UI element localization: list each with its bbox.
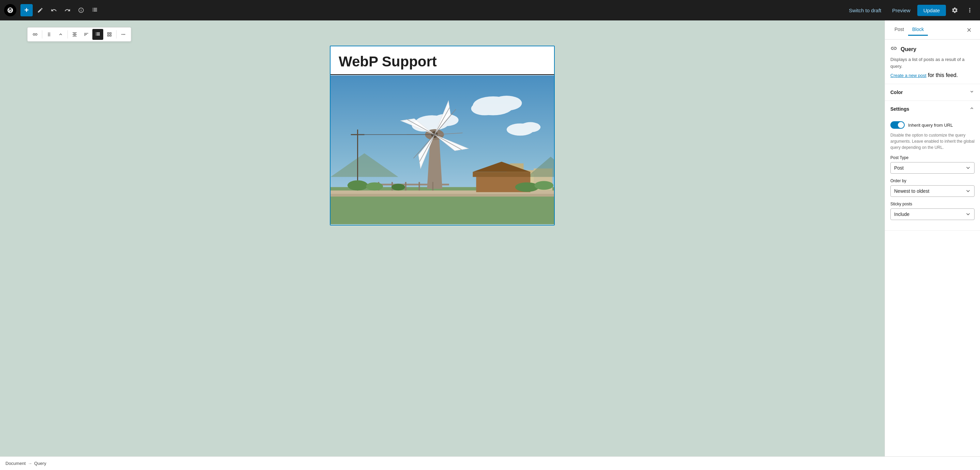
svg-point-46: [348, 181, 368, 191]
color-section-chevron: [969, 89, 975, 96]
close-sidebar-button[interactable]: [964, 24, 975, 35]
settings-section-title: Settings: [890, 106, 909, 112]
sticky-posts-select[interactable]: Include Exclude Only: [890, 208, 975, 220]
order-by-select[interactable]: Newest to oldest Oldest to newest A → Z …: [890, 185, 975, 197]
inherit-query-label: Inherit query from URL: [908, 122, 953, 128]
toolbar-more-button[interactable]: [118, 29, 129, 40]
toolbar-link-button[interactable]: [30, 29, 41, 40]
svg-rect-45: [432, 182, 433, 191]
post-type-group: Post Type Post Page Custom: [890, 155, 975, 174]
svg-point-3: [471, 102, 498, 116]
toolbar-settings-button[interactable]: [81, 29, 92, 40]
inherit-query-toggle[interactable]: [890, 121, 905, 129]
color-section: Color: [885, 84, 980, 101]
settings-button[interactable]: [949, 4, 961, 16]
toolbar-divider-3: [116, 30, 116, 38]
post-type-select[interactable]: Post Page Custom: [890, 162, 975, 174]
svg-point-47: [366, 183, 383, 191]
order-by-group: Order by Newest to oldest Oldest to newe…: [890, 178, 975, 197]
svg-point-49: [534, 181, 554, 190]
color-section-title: Color: [890, 90, 903, 95]
sidebar-header: Post Block: [885, 21, 980, 40]
toolbar-right: Switch to draft Preview Update: [845, 4, 976, 16]
toolbar-drag-button[interactable]: [44, 29, 54, 40]
more-options-button[interactable]: [964, 4, 976, 16]
svg-rect-38: [473, 172, 530, 177]
settings-section: Settings Inherit query from URL Disable …: [885, 101, 980, 230]
sidebar-tabs: Post Block: [890, 24, 928, 36]
svg-rect-11: [331, 194, 554, 197]
preview-button[interactable]: Preview: [888, 5, 914, 16]
color-section-header[interactable]: Color: [885, 84, 980, 100]
breadcrumb-bar: Document → Query: [0, 456, 980, 470]
post-type-label: Post Type: [890, 155, 975, 160]
settings-section-header[interactable]: Settings: [885, 101, 980, 117]
breadcrumb-query: Query: [34, 461, 46, 466]
svg-rect-43: [405, 182, 407, 191]
create-link-suffix: for this feed.: [926, 72, 958, 78]
create-new-post-link[interactable]: Create a new post: [890, 73, 926, 78]
right-sidebar: Post Block Query Displays a list of post…: [885, 21, 980, 470]
query-header: Query: [890, 45, 975, 54]
post-block: WebP Support: [330, 46, 555, 225]
toolbar-list-view-button[interactable]: [92, 29, 103, 40]
query-title: Query: [900, 46, 916, 52]
breadcrumb-document: Document: [5, 461, 25, 466]
settings-section-chevron: [969, 106, 975, 113]
toolbar-divider: [42, 30, 42, 38]
update-button[interactable]: Update: [917, 5, 946, 16]
query-description: Displays a list of posts as a result of …: [890, 56, 975, 70]
breadcrumb-arrow: →: [28, 461, 32, 466]
toolbar-divider-2: [67, 30, 68, 38]
post-title: WebP Support: [331, 46, 554, 75]
inherit-query-toggle-row: Inherit query from URL: [890, 121, 975, 129]
switch-to-draft-button[interactable]: Switch to draft: [845, 5, 885, 16]
toolbar-move-up-button[interactable]: [55, 29, 66, 40]
inherit-query-desc: Disable the option to customize the quer…: [890, 132, 975, 151]
edit-tool-button[interactable]: [34, 4, 46, 16]
redo-button[interactable]: [61, 4, 73, 16]
top-bar: + Switch to draft Preview Update: [0, 0, 980, 21]
info-button[interactable]: [75, 4, 87, 16]
list-view-button[interactable]: [89, 4, 101, 16]
block-toolbar: [27, 27, 131, 41]
settings-content: Inherit query from URL Disable the optio…: [885, 117, 980, 230]
sticky-posts-group: Sticky posts Include Exclude Only: [890, 202, 975, 220]
order-by-label: Order by: [890, 178, 975, 183]
tab-post[interactable]: Post: [890, 24, 908, 36]
svg-point-8: [520, 122, 541, 132]
toolbar-align-button[interactable]: [69, 29, 80, 40]
wp-logo: [4, 4, 16, 16]
tab-block[interactable]: Block: [908, 24, 928, 36]
editor-area: WebP Support: [0, 21, 885, 470]
add-block-button[interactable]: +: [21, 4, 33, 16]
svg-point-50: [391, 184, 405, 191]
toolbar-left: +: [4, 4, 101, 16]
query-info: Query Displays a list of posts as a resu…: [885, 40, 980, 84]
svg-rect-44: [418, 182, 420, 191]
toolbar-grid-button[interactable]: [104, 29, 115, 40]
post-featured-image: [331, 75, 554, 225]
query-icon: [890, 45, 897, 54]
toggle-thumb: [898, 122, 904, 128]
main-area: WebP Support: [0, 21, 980, 470]
sticky-posts-label: Sticky posts: [890, 202, 975, 206]
undo-button[interactable]: [48, 4, 60, 16]
